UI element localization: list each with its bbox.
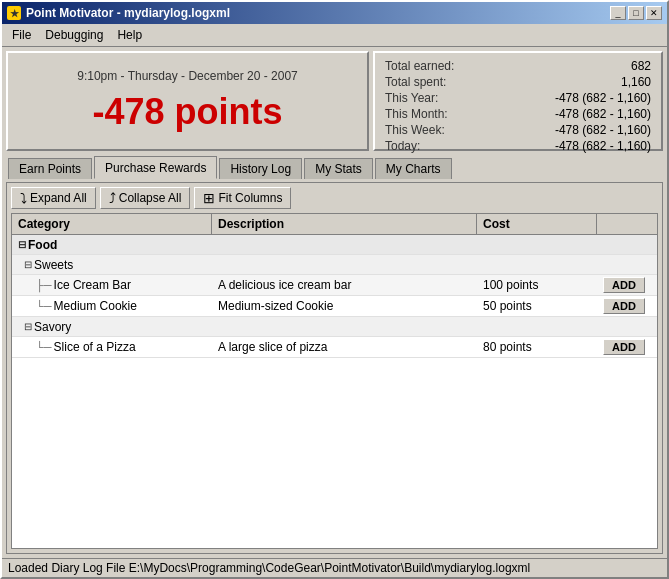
cost-cell-ice-cream: 100 points: [477, 276, 597, 294]
add-button-cookie[interactable]: ADD: [603, 298, 645, 314]
cost-cell-savory: [477, 325, 597, 329]
action-cell-food: [597, 243, 657, 247]
app-icon: ★: [7, 6, 21, 20]
maximize-button[interactable]: □: [628, 6, 644, 20]
desc-cell-food: [212, 243, 477, 247]
collapse-all-label: Collapse All: [119, 191, 182, 205]
action-cell-ice-cream: ADD: [597, 275, 657, 295]
today-value: -478 (682 - 1,160): [555, 139, 651, 153]
window-title: Point Motivator - mydiarylog.logxml: [26, 6, 230, 20]
total-spent-label: Total spent:: [385, 75, 465, 89]
main-window: ★ Point Motivator - mydiarylog.logxml _ …: [0, 0, 669, 579]
expand-all-label: Expand All: [30, 191, 87, 205]
fit-columns-button[interactable]: ⊞ Fit Columns: [194, 187, 291, 209]
stats-row-total-earned: Total earned: 682: [385, 59, 651, 73]
row-name-cookie: Medium Cookie: [54, 299, 137, 313]
add-button-pizza[interactable]: ADD: [603, 339, 645, 355]
total-earned-label: Total earned:: [385, 59, 465, 73]
action-cell-pizza: ADD: [597, 337, 657, 357]
points-value: -478 points: [92, 91, 282, 133]
tabs-container: Earn Points Purchase Rewards History Log…: [6, 155, 663, 178]
status-text: Loaded Diary Log File E:\MyDocs\Programm…: [8, 561, 530, 575]
title-controls: _ □ ✕: [610, 6, 662, 20]
table-row: └─ Slice of a Pizza A large slice of piz…: [12, 337, 657, 358]
date-text: 9:10pm - Thursday - December 20 - 2007: [77, 69, 298, 83]
category-cell-food: ⊟ Food: [12, 236, 212, 254]
total-earned-value: 682: [631, 59, 651, 73]
row-name-sweets: Sweets: [34, 258, 73, 272]
header-description: Description: [212, 214, 477, 234]
toolbar: ⤵ Expand All ⤴ Collapse All ⊞ Fit Column…: [11, 187, 658, 209]
table-row: ⊟ Food: [12, 235, 657, 255]
menu-help[interactable]: Help: [111, 26, 148, 44]
row-name-pizza: Slice of a Pizza: [54, 340, 136, 354]
cost-cell-food: [477, 243, 597, 247]
stats-row-this-year: This Year: -478 (682 - 1,160): [385, 91, 651, 105]
cost-cell-pizza: 80 points: [477, 338, 597, 356]
expand-all-icon: ⤵: [20, 190, 27, 206]
tab-my-stats[interactable]: My Stats: [304, 158, 373, 179]
cost-cell-cookie: 50 points: [477, 297, 597, 315]
menu-bar: File Debugging Help: [2, 24, 667, 47]
title-bar-left: ★ Point Motivator - mydiarylog.logxml: [7, 6, 230, 20]
minimize-button[interactable]: _: [610, 6, 626, 20]
stats-row-total-spent: Total spent: 1,160: [385, 75, 651, 89]
tree-line-ice-cream: ├─: [36, 279, 52, 291]
stats-panel: Total earned: 682 Total spent: 1,160 Thi…: [373, 51, 663, 151]
action-cell-cookie: ADD: [597, 296, 657, 316]
today-label: Today:: [385, 139, 465, 153]
category-cell-ice-cream: ├─ Ice Cream Bar: [12, 276, 212, 294]
category-cell-sweets: ⊟ Sweets: [12, 256, 212, 274]
close-button[interactable]: ✕: [646, 6, 662, 20]
desc-cell-ice-cream: A delicious ice cream bar: [212, 276, 477, 294]
action-cell-savory: [597, 325, 657, 329]
stats-row-this-month: This Month: -478 (682 - 1,160): [385, 107, 651, 121]
tab-content: ⤵ Expand All ⤴ Collapse All ⊞ Fit Column…: [6, 182, 663, 554]
this-year-value: -478 (682 - 1,160): [555, 91, 651, 105]
expand-icon-sweets[interactable]: ⊟: [24, 259, 32, 270]
this-month-label: This Month:: [385, 107, 465, 121]
tree-line-pizza: └─: [36, 341, 52, 353]
expand-all-button[interactable]: ⤵ Expand All: [11, 187, 96, 209]
action-cell-sweets: [597, 263, 657, 267]
table-header: Category Description Cost: [12, 214, 657, 235]
date-points-panel: 9:10pm - Thursday - December 20 - 2007 -…: [6, 51, 369, 151]
table-row: ⊟ Sweets: [12, 255, 657, 275]
status-bar: Loaded Diary Log File E:\MyDocs\Programm…: [2, 558, 667, 577]
expand-icon-savory[interactable]: ⊟: [24, 321, 32, 332]
expand-icon-food[interactable]: ⊟: [18, 239, 26, 250]
header-category: Category: [12, 214, 212, 234]
collapse-all-button[interactable]: ⤴ Collapse All: [100, 187, 191, 209]
header-cost: Cost: [477, 214, 597, 234]
table-row: ⊟ Savory: [12, 317, 657, 337]
table-row: ├─ Ice Cream Bar A delicious ice cream b…: [12, 275, 657, 296]
desc-cell-pizza: A large slice of pizza: [212, 338, 477, 356]
tab-history-log[interactable]: History Log: [219, 158, 302, 179]
tree-line-cookie: └─: [36, 300, 52, 312]
total-spent-value: 1,160: [621, 75, 651, 89]
main-content: 9:10pm - Thursday - December 20 - 2007 -…: [2, 47, 667, 558]
tab-earn-points[interactable]: Earn Points: [8, 158, 92, 179]
cost-cell-sweets: [477, 263, 597, 267]
add-button-ice-cream[interactable]: ADD: [603, 277, 645, 293]
this-week-label: This Week:: [385, 123, 465, 137]
desc-cell-savory: [212, 325, 477, 329]
category-cell-cookie: └─ Medium Cookie: [12, 297, 212, 315]
title-bar: ★ Point Motivator - mydiarylog.logxml _ …: [2, 2, 667, 24]
top-panel: 9:10pm - Thursday - December 20 - 2007 -…: [6, 51, 663, 151]
this-week-value: -478 (682 - 1,160): [555, 123, 651, 137]
category-cell-savory: ⊟ Savory: [12, 318, 212, 336]
menu-debugging[interactable]: Debugging: [39, 26, 109, 44]
desc-cell-sweets: [212, 263, 477, 267]
fit-columns-label: Fit Columns: [218, 191, 282, 205]
tree-table: Category Description Cost ⊟ Food: [11, 213, 658, 549]
header-action: [597, 214, 657, 234]
this-year-label: This Year:: [385, 91, 465, 105]
row-name-ice-cream: Ice Cream Bar: [54, 278, 131, 292]
tab-purchase-rewards[interactable]: Purchase Rewards: [94, 156, 217, 179]
tab-my-charts[interactable]: My Charts: [375, 158, 452, 179]
stats-row-today: Today: -478 (682 - 1,160): [385, 139, 651, 153]
menu-file[interactable]: File: [6, 26, 37, 44]
table-row: └─ Medium Cookie Medium-sized Cookie 50 …: [12, 296, 657, 317]
stats-row-this-week: This Week: -478 (682 - 1,160): [385, 123, 651, 137]
